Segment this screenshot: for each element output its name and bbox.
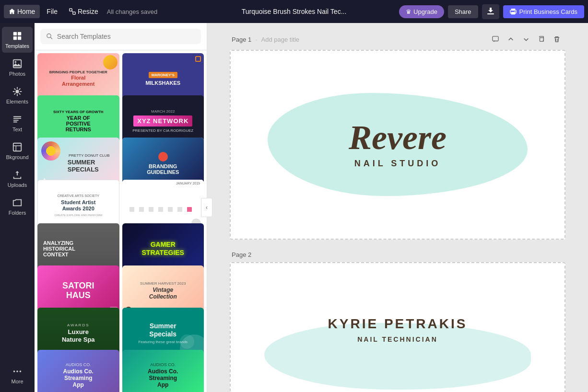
crown-icon: ♛ [406,8,412,15]
sidebar-item-templates[interactable]: Templates [2,27,33,53]
svg-point-13 [15,61,17,63]
page-2-header: Page 2 [230,251,565,258]
photos-icon [12,58,23,69]
template-card-audios2[interactable]: AUDIOS CO. Audios Co.StreamingApp [122,350,204,392]
comment-icon [492,36,499,43]
svg-point-7 [514,11,515,12]
sidebar: Templates Photos Elements Text Bkground … [0,23,35,392]
background-icon [12,142,23,152]
brush-stroke-2 [264,323,531,390]
page-1-header: Page 1 - Add page title [230,33,565,46]
sidebar-item-photos[interactable]: Photos [2,55,33,81]
nav-actions: ♛ Upgrade Share Print Business Cards [399,4,584,19]
templates-panel: BRINGING PEOPLE TOGETHER Floral Arrangem… [35,23,207,392]
svg-point-16 [13,370,15,372]
duplicate-icon [538,36,545,43]
svg-rect-21 [493,36,498,41]
resize-button[interactable]: Resize [64,5,103,18]
download-button[interactable] [482,4,499,19]
svg-rect-6 [511,12,515,14]
template-grid: BRINGING PEOPLE TOGETHER Floral Arrangem… [35,50,207,392]
svg-rect-10 [13,36,17,40]
page-delete-button[interactable] [550,33,564,46]
svg-point-14 [15,90,19,93]
templates-icon [12,31,23,41]
svg-rect-3 [487,13,494,14]
template-card-audios1[interactable]: AUDIOS CO. Audios Co.StreamingApp [37,350,119,392]
home-button[interactable]: Home [4,5,40,18]
search-bar [35,23,207,50]
chevron-down-icon [523,36,529,43]
page-2-title-area: Page 2 [232,251,251,258]
search-icon [46,33,53,40]
page-2-design[interactable]: KYRIE PETRAKIS NAIL TECHNICIAN [230,262,565,392]
svg-point-19 [47,34,51,37]
chevron-up-icon [507,36,514,43]
svg-line-2 [72,11,73,12]
svg-line-20 [50,37,52,39]
kyrie-name: KYRIE PETRAKIS [328,316,468,332]
page-comment-button[interactable] [489,33,502,46]
page-1-add-title[interactable]: Add page title [261,36,300,43]
svg-rect-1 [73,12,75,14]
kyrie-title: NAIL TECHNICIAN [357,335,438,343]
page-1-controls [489,33,564,46]
more-icon [12,366,23,377]
page-duplicate-button[interactable] [535,33,548,46]
sidebar-item-folders[interactable]: Folders [2,194,33,219]
svg-rect-8 [13,32,17,35]
print-icon [510,8,517,15]
sidebar-item-background[interactable]: Bkground [2,138,33,164]
uploads-icon [12,170,23,180]
page-move-up-button[interactable] [504,33,517,46]
folders-icon [12,197,23,208]
svg-rect-12 [13,60,22,68]
revere-text: Revere [349,120,447,155]
search-input[interactable] [57,33,195,40]
document-title: Turquoise Brush Strokes Nail Tec... [242,8,347,15]
svg-point-17 [16,370,18,372]
autosave-status: All changes saved [107,8,158,15]
sidebar-item-elements[interactable]: Elements [2,82,33,108]
sidebar-item-more[interactable]: More [2,362,33,388]
sidebar-item-uploads[interactable]: Uploads [2,166,33,192]
page-move-down-button[interactable] [519,33,533,46]
canvas-area: Page 1 - Add page title [207,23,588,392]
svg-rect-9 [18,32,21,35]
home-icon [9,8,15,15]
upgrade-button[interactable]: ♛ Upgrade [399,5,444,18]
print-button[interactable]: Print Business Cards [503,5,584,18]
page-1-design[interactable]: Revere NAIL STUDIO [230,50,565,240]
page-1-label: Page 1 [232,36,251,43]
collapse-panel-button[interactable]: ‹ [201,198,212,217]
page-2-container: Page 2 KYRIE PETRAKIS NAIL TECHNICIAN [230,251,565,392]
text-icon [12,114,23,125]
file-button[interactable]: File [42,5,62,18]
main-body: Templates Photos Elements Text Bkground … [0,23,588,392]
sidebar-item-text[interactable]: Text [2,110,33,136]
nail-studio-text: NAIL STUDIO [354,159,441,169]
trash-icon [553,36,560,43]
share-button[interactable]: Share [448,5,478,18]
elements-icon [12,86,23,97]
svg-rect-0 [70,9,72,11]
search-input-wrap[interactable] [40,29,201,44]
top-nav: Home File Resize All changes saved Turqu… [0,0,588,23]
svg-rect-11 [18,36,21,40]
page-1-title-area: Page 1 - Add page title [232,36,299,43]
svg-point-18 [20,370,22,372]
download-icon [487,7,494,15]
svg-rect-15 [13,143,22,151]
page-1-container: Page 1 - Add page title [230,33,565,240]
resize-icon [69,8,76,15]
page-2-label: Page 2 [232,251,251,258]
